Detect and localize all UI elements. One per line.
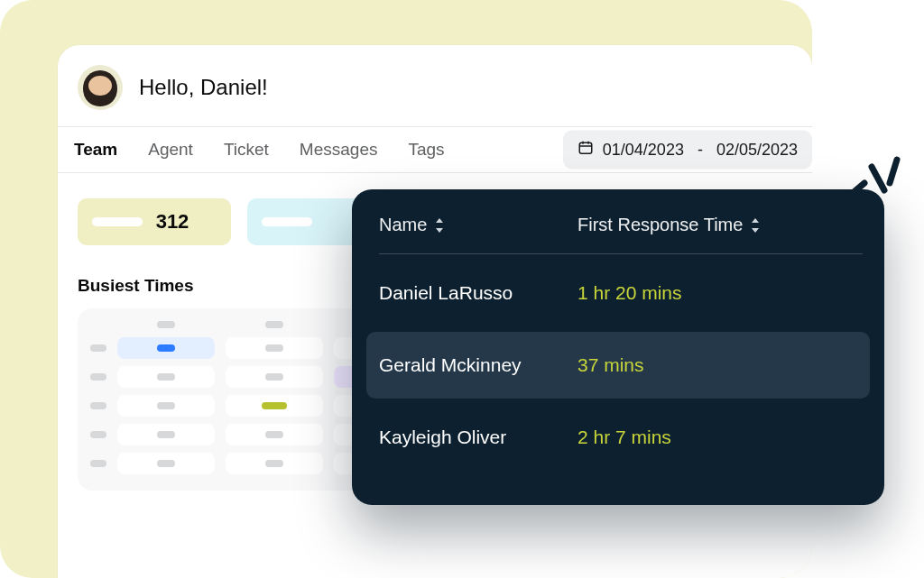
heatmap-cell[interactable] [226, 424, 323, 445]
tab-tags[interactable]: Tags [408, 140, 444, 160]
column-header-first-response-time[interactable]: First Response Time [578, 215, 761, 235]
user-avatar[interactable] [78, 65, 123, 110]
first-response-time: 37 mins [578, 354, 644, 376]
first-response-time: 1 hr 20 mins [578, 282, 682, 304]
agent-name: Daniel LaRusso [379, 282, 578, 304]
tab-messages[interactable]: Messages [300, 140, 378, 160]
sort-icon [434, 218, 445, 233]
tabs-bar: Team Agent Ticket Messages Tags 01/04/20… [58, 126, 812, 173]
tab-agent[interactable]: Agent [148, 140, 193, 160]
date-range-start: 01/04/2023 [603, 141, 684, 160]
panel-header: Name First Response Time [379, 215, 863, 254]
kpi-placeholder-bar [262, 217, 312, 226]
column-header-name[interactable]: Name [379, 215, 578, 235]
response-time-panel: Name First Response Time Daniel LaRusso … [352, 189, 884, 505]
sort-icon [750, 218, 761, 233]
column-header-name-label: Name [379, 215, 427, 235]
panel-row[interactable]: Daniel LaRusso 1 hr 20 mins [379, 260, 863, 326]
heatmap-cell[interactable] [117, 424, 215, 445]
date-range-sep: - [693, 141, 707, 160]
column-header-frt-label: First Response Time [578, 215, 743, 235]
first-response-time: 2 hr 7 mins [578, 427, 671, 448]
panel-row[interactable]: Gerald Mckinney 37 mins [366, 332, 870, 399]
date-range-picker[interactable]: 01/04/2023 - 02/05/2023 [563, 131, 812, 170]
kpi-team-count[interactable]: 312 [78, 198, 231, 245]
heatmap-cell[interactable] [117, 395, 215, 417]
svg-rect-0 [579, 142, 592, 153]
panel-row[interactable]: Kayleigh Oliver 2 hr 7 mins [379, 404, 863, 471]
greeting-text: Hello, Daniel! [139, 75, 268, 100]
tab-ticket[interactable]: Ticket [224, 140, 269, 160]
agent-name: Kayleigh Oliver [379, 427, 578, 448]
heatmap-cell[interactable] [226, 453, 323, 474]
heatmap-cell[interactable] [226, 395, 323, 417]
heatmap-cell[interactable] [117, 366, 215, 388]
heatmap-cell[interactable] [117, 337, 215, 359]
heatmap-cell[interactable] [226, 337, 323, 359]
date-range-end: 02/05/2023 [716, 141, 798, 160]
heatmap-cell[interactable] [117, 453, 215, 474]
header: Hello, Daniel! [58, 45, 812, 126]
kpi-team-count-value: 312 [156, 210, 189, 234]
agent-name: Gerald Mckinney [379, 354, 578, 376]
heatmap-cell[interactable] [226, 366, 323, 388]
tab-team[interactable]: Team [74, 140, 117, 160]
calendar-icon [578, 140, 594, 161]
kpi-placeholder-bar [92, 217, 143, 226]
